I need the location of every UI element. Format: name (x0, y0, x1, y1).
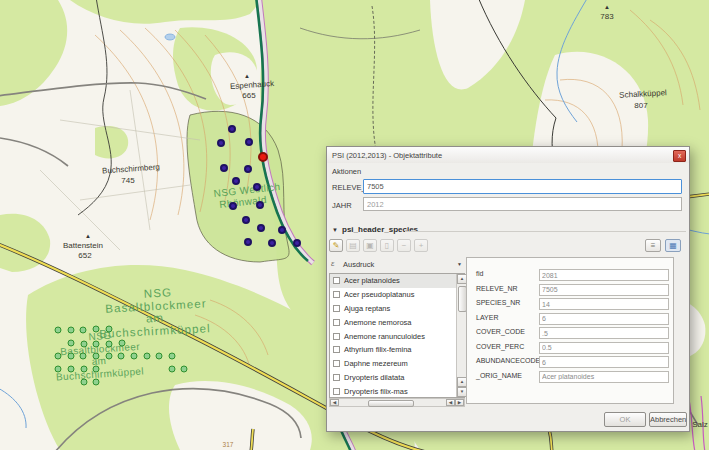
view-toggles: ≡ ▦ (645, 239, 681, 252)
attribute-row: ABUNDANCECODE_ID (467, 356, 673, 368)
species-row[interactable]: Dryopteris filix-mas (330, 384, 464, 398)
attribute-input[interactable] (539, 284, 669, 296)
attribute-label: COVER_CODE (476, 328, 525, 335)
species-name: Athyrium filix-femina (344, 345, 412, 354)
attribute-input[interactable] (539, 298, 669, 310)
attribute-row: SPECIES_NR (467, 298, 673, 310)
expression-label: Ausdruck (343, 260, 374, 269)
species-name: Dryopteris dilatata (344, 373, 404, 382)
expression-icon: ε (331, 259, 335, 268)
attribute-label: fid (476, 270, 483, 277)
horizontal-scrollbar[interactable]: ◀ ◀ ▶ (329, 398, 465, 407)
attribute-row: COVER_CODE (467, 327, 673, 339)
edit-pencil-icon[interactable]: ✎ (329, 239, 343, 252)
dialog-titlebar[interactable]: PSI (2012,2013) - Objektattribute x (327, 147, 689, 163)
jahr-input[interactable] (363, 197, 682, 211)
table-view-icon[interactable]: ≡ (645, 239, 661, 252)
qgis-map-window: 783▲Espenhauck665▲Schalkküppel807Buchsch… (0, 0, 709, 450)
attribute-input[interactable] (539, 327, 669, 339)
delete-icon[interactable]: ▯ (380, 239, 394, 252)
species-row[interactable]: Anemone nemorosa (330, 315, 464, 329)
attribute-label: COVER_PERC (476, 343, 524, 350)
attribute-dialog: PSI (2012,2013) - Objektattribute x Akti… (326, 146, 690, 432)
attribute-row: _ORIG_NAME (467, 371, 673, 383)
attribute-input[interactable] (539, 371, 669, 383)
species-name: Anemone ranunculoides (344, 332, 425, 341)
save-icon[interactable]: ▤ (346, 239, 360, 252)
attribute-form-panel: fidRELEVE_NRSPECIES_NRLAYERCOVER_CODECOV… (466, 257, 674, 404)
species-list[interactable]: Acer platanoidesAcer pseudoplatanusAjuga… (329, 273, 465, 398)
remove-icon[interactable]: − (397, 239, 411, 252)
attribute-label: LAYER (476, 314, 498, 321)
vertical-scrollbar[interactable]: ▲ ▲ ▼ (456, 274, 466, 397)
jahr-label: JAHR (332, 201, 352, 210)
species-checkbox[interactable] (333, 374, 340, 381)
attribute-row: COVER_PERC (467, 342, 673, 354)
form-view-icon[interactable]: ▦ (665, 239, 681, 252)
close-icon[interactable]: x (673, 150, 686, 162)
species-name: Anemone nemorosa (344, 318, 412, 327)
species-row[interactable]: Acer pseudoplatanus (330, 288, 464, 302)
menu-aktionen[interactable]: Aktionen (332, 167, 361, 176)
attribute-row: fid (467, 269, 673, 281)
species-name: Acer platanoides (344, 276, 400, 285)
species-name: Acer pseudoplatanus (344, 290, 414, 299)
species-checkbox[interactable] (333, 360, 340, 367)
attribute-label: _ORIG_NAME (476, 372, 522, 379)
dialog-title: PSI (2012,2013) - Objektattribute (332, 151, 442, 160)
species-row[interactable]: Anemone ranunculoides (330, 329, 464, 343)
expression-filter[interactable]: ε Ausdruck ▼ (329, 258, 465, 271)
species-name: Ajuga reptans (344, 304, 390, 313)
scroll-right-icon[interactable]: ▶ (455, 399, 464, 406)
add-icon[interactable]: + (414, 239, 428, 252)
attribute-label: SPECIES_NR (476, 299, 520, 306)
species-checkbox[interactable] (333, 388, 340, 395)
species-row[interactable]: Ajuga reptans (330, 302, 464, 316)
species-checkbox[interactable] (333, 346, 340, 353)
ok-button[interactable]: OK (604, 412, 646, 427)
attribute-input[interactable] (539, 269, 669, 281)
cancel-button[interactable]: Abbrechen (649, 412, 687, 427)
species-checkbox[interactable] (333, 277, 340, 284)
species-toolbar: ✎▤▣▯−+ (329, 239, 428, 252)
attribute-row: LAYER (467, 313, 673, 325)
species-row[interactable]: Daphne mezereum (330, 357, 464, 371)
attribute-row: RELEVE_NR (467, 284, 673, 296)
relation-group-title: psi_header_species (342, 225, 418, 234)
chevron-down-icon[interactable]: ▼ (332, 227, 338, 233)
attribute-input[interactable] (539, 342, 669, 354)
species-checkbox[interactable] (333, 333, 340, 340)
species-row[interactable]: Athyrium filix-femina (330, 343, 464, 357)
species-checkbox[interactable] (333, 291, 340, 298)
species-row[interactable]: Dryopteris dilatata (330, 371, 464, 385)
scrollbar-thumb[interactable] (368, 400, 414, 407)
species-row[interactable]: Acer platanoides (330, 274, 464, 288)
scroll-left-icon[interactable]: ◀ (446, 399, 455, 406)
species-name: Daphne mezereum (344, 359, 408, 368)
chevron-down-icon[interactable]: ▼ (457, 261, 462, 267)
releve-nr-input[interactable] (363, 179, 682, 194)
group-divider (405, 231, 686, 232)
attribute-input[interactable] (539, 313, 669, 325)
species-checkbox[interactable] (333, 319, 340, 326)
scroll-left-icon[interactable]: ◀ (330, 399, 339, 406)
species-name: Dryopteris filix-mas (344, 387, 408, 396)
duplicate-icon[interactable]: ▣ (363, 239, 377, 252)
species-checkbox[interactable] (333, 305, 340, 312)
attribute-input[interactable] (539, 356, 669, 368)
attribute-label: RELEVE_NR (476, 285, 518, 292)
